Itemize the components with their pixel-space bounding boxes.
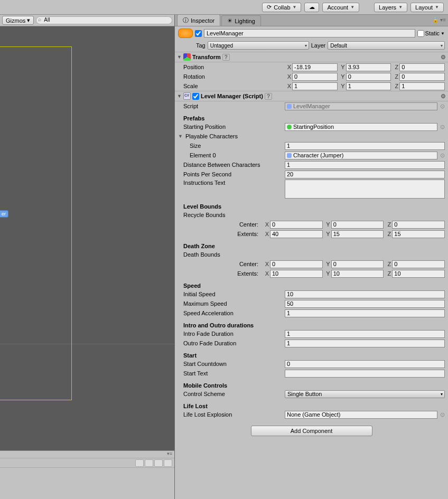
death-center-x[interactable] xyxy=(270,260,323,268)
layer-label: Layer xyxy=(311,42,326,49)
rotation-z[interactable] xyxy=(399,73,445,81)
transform-icon xyxy=(183,53,191,61)
collab-button[interactable]: ⟳Collab▼ xyxy=(262,3,301,12)
recycle-center-z[interactable] xyxy=(392,221,445,229)
death-bounds-label-row: Death Bounds xyxy=(175,250,448,259)
death-extents-x[interactable] xyxy=(270,270,323,278)
lock-icon[interactable] xyxy=(154,459,163,467)
life-lost-explosion-field[interactable]: None (Game Object) xyxy=(285,411,437,419)
help-icon[interactable]: ? xyxy=(222,54,230,61)
object-picker-icon[interactable]: ⊙ xyxy=(440,103,445,110)
account-button[interactable]: Account▼ xyxy=(322,3,359,12)
tab-inspector[interactable]: ⓘInspector xyxy=(177,15,220,26)
gizmos-button[interactable]: Gizmos▾ xyxy=(2,16,34,25)
outro-fade-field[interactable] xyxy=(285,340,445,347)
rotation-x[interactable] xyxy=(292,73,338,81)
size-field[interactable] xyxy=(285,142,445,150)
speed-header: Speed xyxy=(175,278,448,289)
speed-accel-field[interactable] xyxy=(285,309,445,317)
gear-icon[interactable]: ⚙ xyxy=(441,54,446,61)
layout-button[interactable]: Layout▼ xyxy=(410,3,444,12)
add-component-button[interactable]: Add Component xyxy=(251,426,372,436)
static-checkbox[interactable] xyxy=(417,30,424,37)
scale-y[interactable] xyxy=(346,82,391,90)
recycle-bounds-label: Recycle Bounds xyxy=(183,212,284,218)
position-y[interactable] xyxy=(346,63,391,71)
intro-outro-header: Intro and Outro durations xyxy=(175,318,448,329)
rotation-y[interactable] xyxy=(346,73,391,81)
recycle-extents-y[interactable] xyxy=(331,230,384,238)
foldout-icon[interactable]: ▼ xyxy=(178,134,183,139)
death-extents-y[interactable] xyxy=(331,270,384,278)
start-countdown-field[interactable] xyxy=(285,360,445,368)
scale-label: Scale xyxy=(183,83,284,89)
sun-icon: ☀ xyxy=(227,17,232,24)
start-text-field[interactable] xyxy=(285,370,445,378)
recycle-center-x[interactable] xyxy=(270,221,323,229)
initial-speed-field[interactable] xyxy=(285,290,445,298)
object-picker-icon[interactable]: ⊙ xyxy=(440,152,445,159)
component-enabled-checkbox[interactable] xyxy=(192,93,199,100)
script-field: LevelManager xyxy=(285,102,437,110)
extents-label: Extents: xyxy=(183,231,262,237)
death-extents-z[interactable] xyxy=(392,270,445,278)
distance-field[interactable] xyxy=(285,161,445,169)
death-zone-header: Death Zone xyxy=(175,239,448,250)
recycle-extents-z[interactable] xyxy=(392,230,445,238)
layers-button[interactable]: Layers▼ xyxy=(374,3,407,12)
scale-z[interactable] xyxy=(399,82,445,90)
y-label: Y xyxy=(340,64,345,70)
outro-fade-row: Outro Fade Duration xyxy=(175,338,448,348)
death-center-y[interactable] xyxy=(331,260,384,268)
cloud-button[interactable]: ☁ xyxy=(304,3,319,12)
panel-icon-1[interactable] xyxy=(135,459,144,467)
levelmanager-header[interactable]: ▼ Level Manager (Script) ? ⚙ xyxy=(175,91,448,101)
element0-row: Element 0 Character (Jumper) ⊙ xyxy=(175,150,448,160)
recycle-center-y[interactable] xyxy=(331,221,384,229)
element0-label: Element 0 xyxy=(190,152,284,158)
panel-icon-2[interactable] xyxy=(145,459,153,467)
foldout-icon[interactable]: ▼ xyxy=(177,93,182,99)
gameobject-icon[interactable] xyxy=(178,29,193,38)
start-countdown-row: Start Countdown xyxy=(175,359,448,369)
element0-field[interactable]: Character (Jumper) xyxy=(285,152,437,159)
points-field[interactable] xyxy=(285,171,445,178)
gear-icon[interactable]: ⚙ xyxy=(441,93,446,100)
tab-lighting[interactable]: ☀Lighting xyxy=(221,15,261,26)
start-header: Start xyxy=(175,348,448,359)
death-center-row: Center: X Y Z xyxy=(175,259,448,269)
instructions-field[interactable] xyxy=(285,180,445,199)
scene-search[interactable]: All xyxy=(36,16,172,24)
position-x[interactable] xyxy=(292,63,338,71)
foldout-icon[interactable]: ▼ xyxy=(177,54,182,60)
initial-speed-label: Initial Speed xyxy=(183,291,284,297)
position-z[interactable] xyxy=(399,63,445,71)
starting-position-field[interactable]: StartingPosition xyxy=(285,123,437,131)
tag-dropdown[interactable]: Untagged xyxy=(208,41,309,50)
transform-header[interactable]: ▼ Transform ? ⚙ xyxy=(175,52,448,62)
object-picker-icon[interactable]: ⊙ xyxy=(440,124,445,130)
panel-lock-icon[interactable]: 🔒 ▾≡ xyxy=(432,17,446,23)
start-text-label: Start Text xyxy=(183,370,284,376)
death-center-z[interactable] xyxy=(392,260,445,268)
gameobject-name-field[interactable] xyxy=(204,29,415,37)
gameobject-active-checkbox[interactable] xyxy=(195,30,202,37)
control-scheme-dropdown[interactable]: Single Button xyxy=(285,390,445,398)
static-dropdown-icon[interactable]: ▼ xyxy=(441,31,445,36)
intro-fade-row: Intro Fade Duration xyxy=(175,329,448,338)
layer-dropdown[interactable]: Default xyxy=(328,41,445,50)
help-icon[interactable]: ? xyxy=(265,93,272,100)
scene-object-label[interactable]: er xyxy=(0,210,8,218)
static-toggle[interactable]: Static ▼ xyxy=(417,30,445,37)
max-speed-field[interactable] xyxy=(285,300,445,308)
scale-x[interactable] xyxy=(292,82,338,90)
recycle-extents-x[interactable] xyxy=(270,230,323,238)
start-countdown-label: Start Countdown xyxy=(183,361,284,367)
scene-view[interactable]: er xyxy=(0,26,174,450)
star-icon[interactable] xyxy=(164,459,172,467)
object-picker-icon[interactable]: ⊙ xyxy=(440,411,445,418)
panel-menu-icon[interactable]: ▾≡ xyxy=(167,451,172,458)
start-text-row: Start Text xyxy=(175,369,448,378)
intro-fade-field[interactable] xyxy=(285,330,445,338)
playable-characters-row[interactable]: ▼ Playable Characters xyxy=(175,131,448,141)
